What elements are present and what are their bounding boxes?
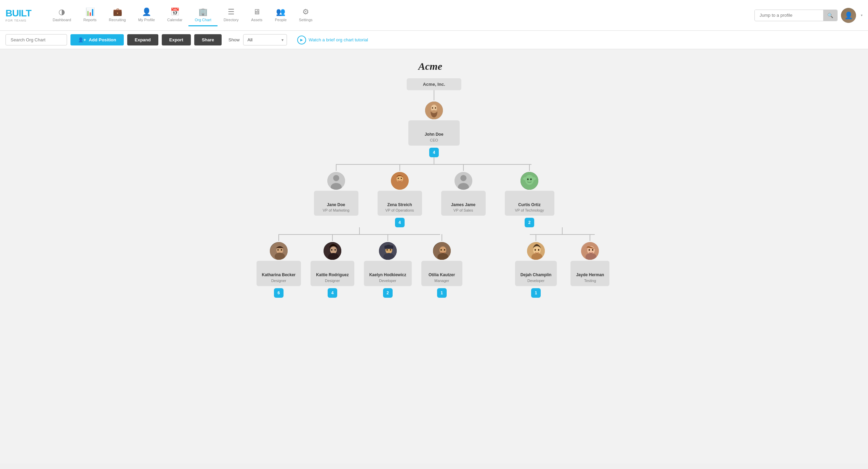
- jump-to-profile-input[interactable]: [755, 10, 823, 21]
- curtis-hbar: [530, 234, 595, 235]
- jayde-card[interactable]: Jayde Herman Testing: [570, 261, 609, 286]
- logo-sub: FOR TEAMS: [5, 19, 31, 22]
- jane-card[interactable]: Jane Doe VP of Marketing: [314, 191, 358, 216]
- otilia-expand-badge[interactable]: 1: [437, 288, 447, 298]
- tutorial-link[interactable]: ▶ Watch a brief org chart tutorial: [297, 36, 368, 44]
- add-position-label: Add Position: [89, 37, 116, 42]
- jump-to-profile-search-button[interactable]: 🔍: [823, 10, 837, 21]
- jane-name: Jane Doe: [319, 202, 353, 208]
- zena-avatar: [390, 171, 410, 191]
- nav-item-org-chart[interactable]: 🏢Org Chart: [188, 4, 217, 26]
- org-chart-area: Acme Acme, Inc.: [0, 49, 868, 464]
- nav-item-calendar[interactable]: 📅Calendar: [161, 4, 189, 26]
- svg-point-19: [523, 177, 528, 180]
- zena-expand-badge[interactable]: 4: [395, 218, 405, 227]
- curtis-children-row: Dejah Champlin Developer 1: [508, 234, 617, 298]
- share-button[interactable]: Share: [194, 34, 222, 45]
- curtis-card[interactable]: Curtis Ortiz VP of Technology: [505, 191, 554, 216]
- connector-kattie: [332, 234, 333, 241]
- svg-point-43: [437, 253, 448, 261]
- dejah-node[interactable]: Dejah Champlin Developer: [515, 241, 557, 286]
- show-select-wrapper[interactable]: All Direct Reports Contractors: [243, 34, 287, 45]
- svg-point-53: [586, 253, 596, 261]
- nav-item-settings[interactable]: ⚙Settings: [293, 4, 319, 26]
- level2-branch: Jane Doe VP of Marketing: [7, 164, 861, 228]
- nav-item-my-profile[interactable]: 👤My Profile: [132, 4, 161, 26]
- add-position-button[interactable]: 👤+ Add Position: [70, 34, 124, 45]
- zena-node[interactable]: Zena Streich VP of Operations: [378, 171, 422, 216]
- zena-children-row: Katharina Becker Designer 6: [252, 234, 467, 298]
- jane-doe-node[interactable]: Jane Doe VP of Marketing: [314, 171, 358, 216]
- zena-card[interactable]: Zena Streich VP of Operations: [378, 191, 422, 216]
- kattie-card[interactable]: Kattie Rodriguez Designer: [311, 261, 354, 286]
- company-name-card[interactable]: Acme, Inc.: [407, 78, 461, 90]
- nav-item-dashboard[interactable]: ◑Dashboard: [47, 4, 77, 26]
- kattie-node[interactable]: Kattie Rodriguez Designer: [311, 241, 354, 286]
- kaelyn-card[interactable]: Kaelyn Hodkiewicz Developer: [364, 261, 412, 286]
- expand-button[interactable]: Expand: [127, 34, 158, 45]
- company-name: Acme, Inc.: [423, 82, 445, 87]
- otilia-node[interactable]: Otilia Kautzer Manager: [421, 241, 462, 286]
- search-org-chart-input[interactable]: [5, 34, 67, 45]
- otilia-card[interactable]: Otilia Kautzer Manager: [421, 261, 462, 286]
- curtis-expand-badge[interactable]: 2: [525, 218, 534, 227]
- logo[interactable]: BUILT FOR TEAMS: [5, 9, 40, 22]
- tutorial-label: Watch a brief org chart tutorial: [309, 37, 368, 42]
- company-node[interactable]: Acme Acme, Inc.: [407, 59, 461, 90]
- nav-icon-people: 👥: [276, 8, 285, 16]
- katharina-card[interactable]: Katharina Becker Designer: [257, 261, 301, 286]
- kaelyn-node[interactable]: Kaelyn Hodkiewicz Developer: [364, 241, 412, 286]
- dejah-expand-badge[interactable]: 1: [531, 288, 541, 298]
- user-avatar[interactable]: 👤: [841, 8, 856, 23]
- kaelyn-name: Kaelyn Hodkiewicz: [369, 272, 406, 278]
- ceo-expand-badge[interactable]: 4: [429, 148, 439, 157]
- connector-dejah: [536, 234, 536, 241]
- connector-curtis: [529, 164, 530, 171]
- nav-item-assets[interactable]: 🖥Assets: [245, 4, 269, 26]
- curtis-col: Curtis Ortiz VP of Technology 2: [495, 164, 564, 228]
- svg-point-21: [527, 178, 528, 180]
- svg-point-25: [277, 249, 279, 251]
- jane-silhouette: [327, 171, 345, 191]
- nav-item-reports[interactable]: 📊Reports: [77, 4, 103, 26]
- zena-name: Zena Streich: [383, 202, 417, 208]
- zena-title: VP of Operations: [383, 208, 417, 212]
- curtis-node[interactable]: Curtis Ortiz VP of Technology: [505, 171, 554, 216]
- dejah-card[interactable]: Dejah Champlin Developer: [515, 261, 557, 286]
- nav-item-recruiting[interactable]: 💼Recruiting: [103, 4, 132, 26]
- curtis-name: Curtis Ortiz: [510, 202, 549, 208]
- export-button[interactable]: Export: [162, 34, 191, 45]
- zena-col: Zena Streich VP of Operations 4: [368, 164, 432, 228]
- avatar-dropdown-icon[interactable]: ▾: [861, 13, 863, 17]
- nav-item-directory[interactable]: ☰Directory: [218, 4, 245, 26]
- katharina-avatar: [269, 241, 289, 261]
- ceo-node[interactable]: John Doe CEO 4: [408, 100, 460, 157]
- nav-label-people: People: [275, 18, 287, 22]
- james-node[interactable]: James Jame VP of Sales: [441, 171, 486, 216]
- connector-kaelyn: [387, 234, 388, 241]
- kattie-expand-badge[interactable]: 4: [328, 288, 337, 298]
- ceo-card[interactable]: John Doe CEO: [408, 120, 460, 146]
- jump-to-profile-search[interactable]: 🔍: [754, 10, 838, 21]
- show-select[interactable]: All Direct Reports Contractors: [243, 34, 287, 45]
- svg-point-11: [397, 178, 399, 179]
- james-card[interactable]: James Jame VP of Sales: [441, 191, 486, 216]
- connector-company-ceo: [434, 90, 434, 100]
- kattie-title: Designer: [316, 279, 348, 283]
- svg-point-4: [432, 107, 433, 109]
- katharina-node[interactable]: Katharina Becker Designer: [257, 241, 301, 286]
- kaelyn-expand-badge[interactable]: 2: [383, 288, 393, 298]
- zena-hbar: [278, 234, 440, 235]
- kattie-avatar: [323, 241, 342, 261]
- jayde-avatar: [580, 241, 600, 261]
- kaelyn-face: [379, 242, 398, 261]
- jayde-node[interactable]: Jayde Herman Testing: [570, 241, 609, 286]
- katharina-expand-badge[interactable]: 6: [274, 288, 284, 298]
- nav-item-people[interactable]: 👥People: [269, 4, 293, 26]
- nav-icon-directory: ☰: [228, 8, 235, 16]
- curtis-reports-branch: Dejah Champlin Developer 1: [508, 227, 617, 298]
- header: BUILT FOR TEAMS ◑Dashboard📊Reports💼Recru…: [0, 0, 868, 31]
- kaelyn-col: Kaelyn Hodkiewicz Developer 2: [359, 234, 417, 298]
- add-position-icon: 👤+: [78, 37, 86, 42]
- curtis-avatar: [520, 171, 539, 191]
